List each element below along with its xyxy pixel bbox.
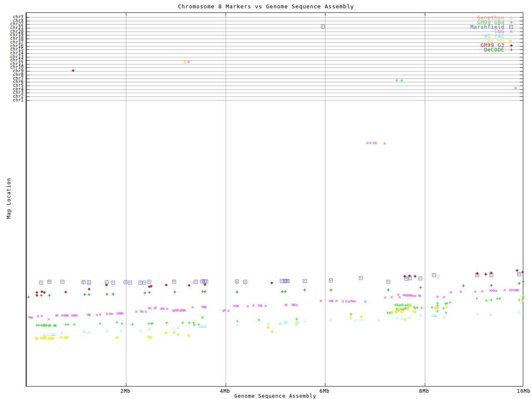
data-point-decode: +: [330, 287, 332, 293]
x-tick-label: 4Mb: [209, 388, 242, 394]
data-point-wi-yac: △: [443, 315, 446, 319]
data-point-gm99-gb4: +: [121, 321, 123, 327]
data-point-tng: ×: [154, 305, 157, 310]
data-point-decode: +: [419, 285, 422, 291]
data-point-gm99-gb4: +: [475, 296, 478, 302]
data-point-wi-yac: △: [419, 313, 422, 317]
data-point-wi-yac: △: [139, 328, 142, 332]
data-point-wi-yac: △: [177, 325, 180, 329]
data-point-gm99-gb4: +: [448, 300, 451, 305]
y-tick-left: [27, 75, 30, 75]
y-tick-right: [520, 93, 523, 93]
data-point-gm99-gb4: +: [54, 323, 57, 329]
y-tick-left: [27, 71, 30, 71]
data-point-marshfield: [60, 280, 64, 284]
data-point-gm99-gb4: +: [99, 321, 101, 327]
data-point-gm99-g3: ◆: [165, 283, 168, 287]
data-point-wi-rh: ∗: [408, 302, 412, 308]
data-point-tng: ×: [459, 289, 462, 295]
data-point-decode: +: [522, 279, 525, 285]
chromosome-gridline: [27, 57, 523, 57]
x-tick-label: 8Mb: [408, 388, 441, 394]
data-point-gm99-gb4: +: [165, 320, 168, 326]
data-point-wi-yac: △: [106, 329, 108, 332]
data-point-decode: +: [173, 289, 176, 295]
x-tick-bottom: [226, 383, 226, 386]
data-point-marshfield: [235, 280, 239, 283]
data-point-wi-rh: ∗: [403, 316, 407, 323]
y-tick-right: [520, 57, 523, 57]
data-point-marshfield: [39, 281, 43, 285]
data-point-gm99-g3: ◆: [72, 69, 75, 72]
y-tick-left: [27, 82, 30, 82]
y-tick-left: [27, 86, 30, 86]
chromosome-gridline: [27, 67, 523, 68]
data-point-tng: ×: [166, 306, 169, 312]
data-point-gm99-g3: ◆: [204, 283, 207, 286]
data-point-wi-rh: ∗: [183, 59, 187, 65]
data-point-wi-rh: ∗: [186, 332, 191, 338]
x-tick-top: [425, 13, 425, 16]
data-point-tng: ×: [111, 311, 113, 317]
x-axis-label: Genome Sequence Assembly: [0, 393, 532, 399]
data-point-marshfield: [47, 280, 51, 284]
data-point-tng: ×: [331, 298, 334, 304]
data-point-tng: ×: [47, 316, 50, 322]
data-point-marshfield: [128, 281, 132, 285]
data-point-tng: ×: [436, 294, 439, 300]
data-point-gm99-g3: ◆: [408, 274, 411, 278]
data-point-wi-yac: △: [304, 318, 307, 322]
data-point-wi-rh: ∗: [51, 335, 56, 341]
data-point-gm99-g3: ◆: [476, 271, 479, 275]
data-point-marshfield: [172, 280, 176, 284]
chromosome-gridline: [27, 79, 523, 79]
data-point-marshfield: [303, 279, 306, 283]
data-point-wi-yac: △: [377, 318, 380, 321]
data-point-wi-rh: ∗: [435, 305, 440, 311]
data-point-decode: +: [235, 289, 238, 295]
data-point-wi-yac: △: [518, 310, 521, 314]
data-point-gm99-g3: ◆: [516, 268, 519, 272]
data-point-tng: ×: [369, 140, 372, 146]
data-point-marshfield: [418, 277, 422, 281]
data-point-gm99-gb4: +: [66, 322, 69, 328]
data-point-gm99-gb4: +: [395, 78, 398, 84]
y-tick-right: [520, 82, 523, 82]
data-point-tng: ×: [260, 303, 263, 308]
y-tick-right: [520, 71, 523, 71]
x-gridline: [126, 13, 126, 386]
data-point-tng: ×: [449, 289, 452, 295]
y-tick-right: [520, 42, 523, 43]
data-point-gm99-gb4: +: [420, 305, 423, 311]
y-tick-right: [520, 86, 523, 86]
data-point-tng: ×: [474, 289, 477, 295]
data-point-wi-rh: ∗: [149, 334, 154, 340]
data-point-tng: ×: [264, 303, 267, 309]
data-point-tng: ×: [56, 313, 59, 318]
y-tick-right: [520, 89, 523, 90]
data-point-tng: ×: [517, 287, 520, 293]
data-point-tng: ×: [121, 310, 124, 316]
y-tick-left: [27, 89, 30, 90]
y-tick-left: [27, 35, 30, 35]
data-point-tng: ×: [295, 302, 298, 308]
x-tick-top: [325, 13, 325, 16]
data-point-wi-yac: △: [395, 316, 398, 320]
data-point-marshfield: [194, 280, 197, 284]
x-tick-label: 2Mb: [109, 388, 142, 394]
data-point-wi-yac: △: [476, 312, 479, 315]
data-point-tng: ×: [503, 287, 506, 293]
data-point-marshfield: [329, 279, 333, 283]
y-tick-left: [27, 60, 30, 61]
data-point-tng: ×: [419, 293, 421, 299]
data-point-gm99-g3: ◆: [270, 281, 273, 285]
data-point-marshfield: [432, 273, 436, 277]
y-tick-right: [520, 100, 523, 101]
y-tick-right: [520, 60, 523, 61]
y-tick-left: [27, 67, 30, 68]
x-tick-label: 10Mb: [507, 388, 532, 394]
data-point-wi-rh: ∗: [520, 298, 525, 304]
data-point-wi-yac: △: [354, 318, 357, 322]
data-point-wi-yac: △: [285, 320, 288, 324]
y-tick-left: [27, 32, 30, 32]
